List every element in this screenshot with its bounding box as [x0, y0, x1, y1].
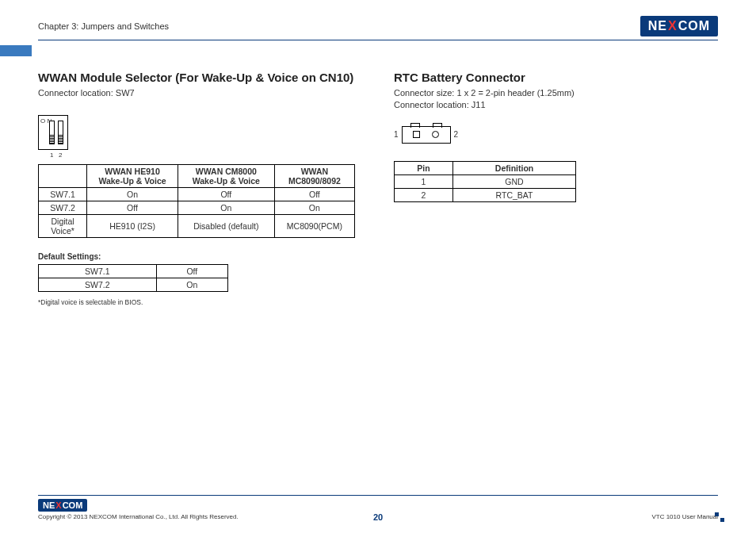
switch-slot-2 — [58, 121, 63, 144]
th-mc8090: WWAN MC8090/8092 — [274, 165, 354, 188]
footer-left: NEXCOM Copyright © 2013 NEXCOM Internati… — [38, 499, 239, 520]
page-number: 20 — [373, 512, 383, 522]
chapter-title: Chapter 3: Jumpers and Switches — [38, 21, 169, 31]
rtc-title: RTC Battery Connector — [394, 71, 718, 84]
header-accent-bar — [0, 45, 32, 56]
footer-logo: NEXCOM — [38, 499, 87, 512]
brand-logo: NEXCOM — [640, 16, 718, 36]
th-he910: WWAN HE910 Wake-Up & Voice — [87, 165, 178, 188]
pin-2-circle-icon — [432, 131, 439, 138]
table-row: SW7.1 On Off Off — [39, 188, 355, 201]
right-column: RTC Battery Connector Connector size: 1 … — [394, 71, 718, 306]
page-footer: NEXCOM Copyright © 2013 NEXCOM Internati… — [38, 495, 718, 520]
table-row: 2 RTC_BAT — [395, 188, 576, 201]
pin-label-1: 1 — [394, 130, 399, 139]
connector-icon — [402, 126, 451, 144]
wwan-table: WWAN HE910 Wake-Up & Voice WWAN CM8000 W… — [38, 164, 355, 238]
content-area: WWAN Module Selector (For Wake-Up & Voic… — [38, 71, 718, 306]
default-settings-table: SW7.1 Off SW7.2 On — [38, 264, 228, 292]
default-settings-label: Default Settings: — [38, 252, 362, 261]
wwan-location: Connector location: SW7 — [38, 87, 362, 99]
pin-1-square-icon — [413, 131, 420, 138]
table-row: SW7.2 Off On On — [39, 201, 355, 215]
rtc-size: Connector size: 1 x 2 = 2-pin header (1.… — [394, 87, 718, 99]
table-row: SW7.1 Off — [39, 265, 228, 278]
dip-switch-icon: O N 1 2 — [38, 115, 68, 150]
switch-slot-1 — [49, 121, 55, 144]
page-header: Chapter 3: Jumpers and Switches NEXCOM — [38, 16, 718, 40]
table-row: SW7.2 On — [39, 278, 228, 292]
bios-footnote: *Digital voice is selectable in BIOS. — [38, 298, 362, 306]
th-blank — [39, 165, 87, 188]
wwan-title: WWAN Module Selector (For Wake-Up & Voic… — [38, 71, 362, 84]
corner-marks-icon — [715, 512, 724, 522]
copyright-text: Copyright © 2013 NEXCOM International Co… — [38, 513, 239, 520]
pin-definition-table: Pin Definition 1 GND 2 RTC_BAT — [394, 161, 576, 202]
th-definition: Definition — [453, 161, 576, 174]
th-pin: Pin — [395, 161, 453, 174]
table-row: Digital Voice* HE910 (I2S) Disabled (def… — [39, 215, 355, 238]
table-row: 1 GND — [395, 174, 576, 188]
left-column: WWAN Module Selector (For Wake-Up & Voic… — [38, 71, 362, 306]
pin-label-2: 2 — [454, 130, 459, 139]
th-cm8000: WWAN CM8000 Wake-Up & Voice — [178, 165, 274, 188]
rtc-location: Connector location: J11 — [394, 99, 718, 111]
switch-diagram: O N 1 2 — [38, 115, 362, 150]
connector-diagram: 1 2 — [394, 126, 718, 144]
manual-name: VTC 1010 User Manual — [651, 513, 718, 520]
